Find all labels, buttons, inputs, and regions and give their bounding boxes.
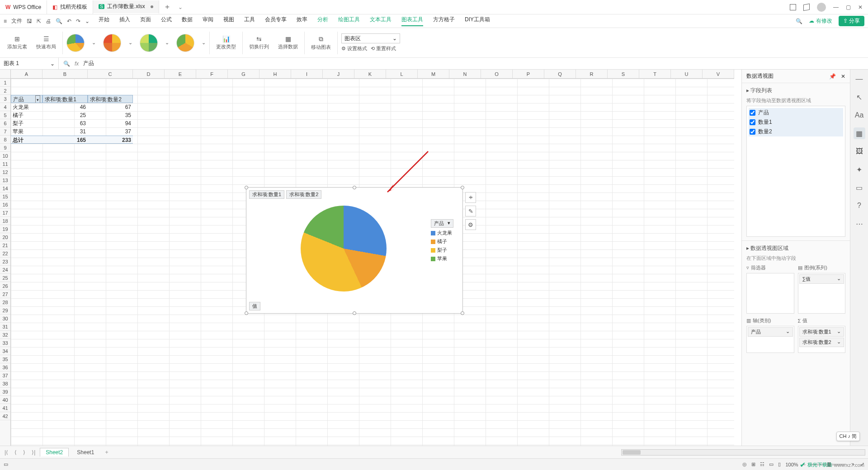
package-icon[interactable] xyxy=(803,3,810,10)
pivot-icon[interactable]: ▦ xyxy=(854,127,865,139)
zone-legend-box[interactable]: ∑值⌄ xyxy=(798,273,846,314)
menu-diy[interactable]: DIY工具箱 xyxy=(465,16,490,26)
chart-value-button[interactable]: 值 xyxy=(249,302,260,310)
chart-field-btn-2[interactable]: 求和项:数量2 xyxy=(286,190,321,199)
view-split-icon[interactable]: ▯ xyxy=(778,461,781,467)
maximize-button[interactable]: ▢ xyxy=(846,4,851,10)
menu-chart[interactable]: 图表工具 xyxy=(401,16,423,26)
zone-filter-box[interactable] xyxy=(746,273,794,314)
col-header[interactable]: V xyxy=(703,70,734,78)
avatar[interactable] xyxy=(817,3,826,12)
field-item-qty1[interactable]: 数量1 xyxy=(749,118,843,127)
menu-insert[interactable]: 插入 xyxy=(119,16,130,26)
zone-axis-box[interactable]: 产品⌄ xyxy=(746,326,794,353)
style-dropdown-icon[interactable]: ⌄ xyxy=(92,40,96,46)
tips-icon[interactable]: ◎ xyxy=(742,461,747,467)
status-mode-icon[interactable]: ▭ xyxy=(4,461,8,467)
tools-icon[interactable]: ✦ xyxy=(854,164,865,175)
set-format-button[interactable]: ⚙ 设置格式 xyxy=(341,45,367,52)
switch-rowcol-button[interactable]: ⇆ 切换行列 xyxy=(246,35,272,50)
menu-member[interactable]: 会员专享 xyxy=(265,16,287,26)
col-header[interactable]: G xyxy=(228,70,259,78)
menu-draw[interactable]: 绘图工具 xyxy=(338,16,360,26)
cell-grid[interactable]: 产品 ▾ 求和项:数量1 求和项:数量2 火龙果 46 67 橘子 25 35 … xyxy=(11,79,734,446)
filter-dropdown-icon[interactable]: ▾ xyxy=(35,95,40,103)
more-icon[interactable]: ⋯ xyxy=(854,218,865,230)
view-page-icon[interactable]: ☷ xyxy=(760,461,764,467)
modified-indicator[interactable]: ☁ 有修改 xyxy=(809,17,832,25)
field-list[interactable]: 产品 数量1 数量2 xyxy=(746,106,845,237)
col-header[interactable]: L xyxy=(386,70,418,78)
image-icon[interactable]: 🖼 xyxy=(854,146,865,157)
redo-icon[interactable]: ↷ xyxy=(76,18,80,24)
style-icon[interactable]: Aa xyxy=(854,109,865,121)
tab-add-button[interactable]: ＋ xyxy=(159,2,175,12)
search-icon[interactable]: 🔍 xyxy=(796,18,802,24)
chart-style-1[interactable] xyxy=(66,34,85,52)
chart-area-select[interactable]: 图表区⌄ xyxy=(341,33,400,43)
menu-data[interactable]: 数据 xyxy=(182,16,193,26)
col-header[interactable]: M xyxy=(418,70,449,78)
sheet-area[interactable]: A B C D E F G H I J K L M N O P Q R S T … xyxy=(0,70,741,446)
cursor-icon[interactable]: ↖ xyxy=(854,91,865,103)
menu-review[interactable]: 审阅 xyxy=(203,16,213,26)
chart-style-4[interactable] xyxy=(176,34,194,52)
horizontal-scrollbar[interactable] xyxy=(621,449,865,456)
col-header[interactable]: C xyxy=(88,70,133,78)
field-item-product[interactable]: 产品 xyxy=(749,108,843,118)
sheet-last-icon[interactable]: ⟩| xyxy=(30,449,37,456)
menu-formula[interactable]: 公式 xyxy=(161,16,172,26)
field-item-qty2[interactable]: 数量2 xyxy=(749,127,843,136)
sheet-tab-sheet2[interactable]: Sheet2 xyxy=(40,448,69,456)
view-normal-icon[interactable]: ⊞ xyxy=(751,461,755,467)
col-header[interactable]: T xyxy=(639,70,671,78)
zone-tag-sigma[interactable]: ∑值⌄ xyxy=(799,274,844,284)
reset-style-button[interactable]: ⟲ 重置样式 xyxy=(371,45,396,52)
col-header[interactable]: J xyxy=(323,70,354,78)
save-icon[interactable]: 🖫 xyxy=(27,18,32,24)
col-header[interactable]: Q xyxy=(544,70,576,78)
tab-workbook[interactable]: S 工作簿数量.xlsx xyxy=(93,0,159,14)
col-header[interactable]: D xyxy=(133,70,165,78)
chart-style-3[interactable] xyxy=(140,34,158,52)
col-header[interactable]: F xyxy=(196,70,228,78)
minimize-button[interactable]: — xyxy=(833,4,839,10)
sheet-first-icon[interactable]: |⟨ xyxy=(3,449,10,456)
col-header[interactable]: S xyxy=(608,70,639,78)
legend-filter[interactable]: 产品▾ xyxy=(431,219,453,228)
col-header[interactable]: N xyxy=(449,70,481,78)
preview-icon[interactable]: 🔍 xyxy=(56,18,62,24)
name-box[interactable]: 图表 1⌄ xyxy=(0,58,59,69)
view-readmode-icon[interactable]: ▭ xyxy=(769,461,774,467)
menu-tools[interactable]: 工具 xyxy=(244,16,255,26)
undo-icon[interactable]: ↶ xyxy=(67,18,71,24)
menu-start[interactable]: 开始 xyxy=(99,16,109,26)
col-header[interactable]: H xyxy=(259,70,291,78)
share-button[interactable]: ⇪ 分享 xyxy=(839,16,864,26)
sheet-tab-sheet1[interactable]: Sheet1 xyxy=(71,448,99,456)
collapse-panel-icon[interactable]: — xyxy=(854,73,865,85)
multiwindow-icon[interactable] xyxy=(790,4,796,10)
sheet-next-icon[interactable]: ⟩ xyxy=(21,449,27,456)
menu-eff[interactable]: 效率 xyxy=(297,16,307,26)
select-data-button[interactable]: ▦ 选择数据 xyxy=(275,35,301,50)
zone-tag-product[interactable]: 产品⌄ xyxy=(748,327,793,337)
quick-layout-button[interactable]: ☰ 快速布局 xyxy=(33,35,59,50)
menu-icon[interactable]: ≡ xyxy=(4,18,7,24)
select-all-corner[interactable] xyxy=(0,70,11,79)
close-panel-icon[interactable]: ✕ xyxy=(841,73,845,80)
zone-tag-v2[interactable]: 求和项:数量2⌄ xyxy=(799,338,844,347)
col-header[interactable]: P xyxy=(513,70,544,78)
col-header[interactable]: B xyxy=(42,70,88,78)
tab-templates[interactable]: ◧ 找稻壳模板 xyxy=(47,0,93,14)
help-icon[interactable]: ? xyxy=(854,200,865,212)
col-header[interactable]: R xyxy=(576,70,608,78)
menu-analyze[interactable]: 分析 xyxy=(317,16,328,26)
style-dropdown-icon[interactable]: ⌄ xyxy=(128,40,132,46)
col-header[interactable]: K xyxy=(354,70,386,78)
col-header[interactable]: O xyxy=(481,70,513,78)
col-header[interactable]: A xyxy=(11,70,42,78)
fx-icon[interactable]: fx xyxy=(75,61,79,67)
sheet-prev-icon[interactable]: ⟨ xyxy=(13,449,19,456)
tab-wps-home[interactable]: W WPS Office xyxy=(0,0,47,14)
